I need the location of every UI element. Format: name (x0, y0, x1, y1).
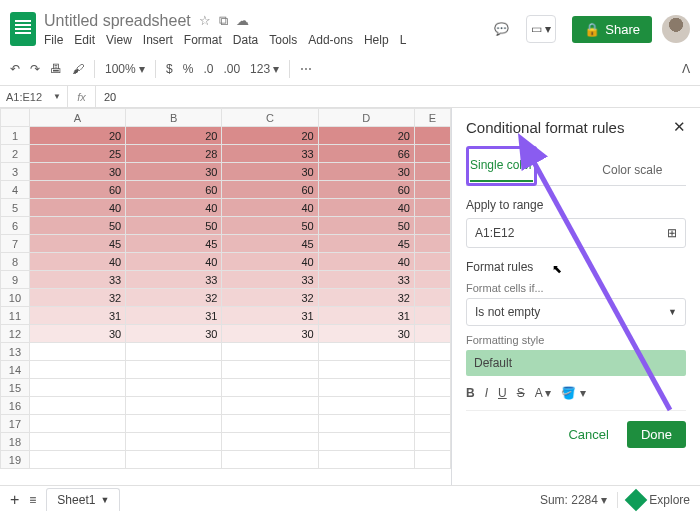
cell[interactable] (29, 433, 125, 451)
cell[interactable]: 33 (222, 145, 318, 163)
row-header[interactable]: 12 (1, 325, 30, 343)
cell[interactable] (29, 361, 125, 379)
account-avatar[interactable] (662, 15, 690, 43)
cell[interactable]: 30 (318, 163, 414, 181)
formula-bar[interactable]: 20 (96, 91, 124, 103)
cell[interactable] (126, 379, 222, 397)
close-icon[interactable]: ✕ (673, 118, 686, 136)
cancel-button[interactable]: Cancel (558, 421, 618, 448)
cell[interactable] (222, 397, 318, 415)
cell[interactable] (414, 181, 450, 199)
cell[interactable] (414, 433, 450, 451)
cell[interactable] (414, 415, 450, 433)
add-sheet-icon[interactable]: + (10, 491, 19, 509)
row-header[interactable]: 3 (1, 163, 30, 181)
menu-file[interactable]: File (44, 33, 63, 47)
currency-icon[interactable]: $ (166, 62, 173, 76)
tab-single-color[interactable]: Single color (470, 150, 533, 182)
cell[interactable]: 32 (222, 289, 318, 307)
row-header[interactable]: 13 (1, 343, 30, 361)
row-header[interactable]: 15 (1, 379, 30, 397)
cell[interactable] (414, 361, 450, 379)
row-header[interactable]: 19 (1, 451, 30, 469)
percent-icon[interactable]: % (183, 62, 194, 76)
range-input[interactable]: A1:E12 ⊞ (466, 218, 686, 248)
cell[interactable] (414, 271, 450, 289)
cell[interactable]: 60 (222, 181, 318, 199)
cell[interactable]: 50 (29, 217, 125, 235)
cell[interactable] (222, 379, 318, 397)
cell[interactable] (414, 325, 450, 343)
cell[interactable] (126, 361, 222, 379)
star-icon[interactable]: ☆ (199, 13, 211, 29)
cell[interactable]: 32 (126, 289, 222, 307)
cell[interactable] (414, 163, 450, 181)
move-icon[interactable]: ⧉ (219, 13, 228, 29)
sheet-tab[interactable]: Sheet1▼ (46, 488, 120, 511)
comments-icon[interactable]: 💬 (488, 15, 516, 43)
cell[interactable] (29, 415, 125, 433)
cell[interactable]: 40 (126, 199, 222, 217)
cell[interactable] (222, 343, 318, 361)
menu-view[interactable]: View (106, 33, 132, 47)
cell[interactable]: 50 (126, 217, 222, 235)
cell[interactable] (318, 433, 414, 451)
cell[interactable]: 33 (29, 271, 125, 289)
cell[interactable]: 45 (318, 235, 414, 253)
cell[interactable]: 45 (222, 235, 318, 253)
paint-format-icon[interactable]: 🖌 (72, 62, 84, 76)
underline-icon[interactable]: U (498, 386, 507, 400)
row-header[interactable]: 14 (1, 361, 30, 379)
cell[interactable] (414, 127, 450, 145)
cell[interactable]: 25 (29, 145, 125, 163)
menu-insert[interactable]: Insert (143, 33, 173, 47)
more-icon[interactable]: ⋯ (300, 62, 312, 76)
row-header[interactable]: 5 (1, 199, 30, 217)
col-header-C[interactable]: C (222, 109, 318, 127)
text-color-icon[interactable]: A ▾ (535, 386, 552, 400)
cell[interactable] (414, 289, 450, 307)
share-button[interactable]: 🔒Share (572, 16, 652, 43)
cell[interactable]: 20 (222, 127, 318, 145)
cell[interactable] (29, 379, 125, 397)
cell[interactable]: 30 (126, 163, 222, 181)
cell[interactable]: 66 (318, 145, 414, 163)
cell[interactable]: 33 (126, 271, 222, 289)
all-sheets-icon[interactable]: ≡ (29, 493, 36, 507)
cell[interactable] (318, 451, 414, 469)
condition-select[interactable]: Is not empty▼ (466, 298, 686, 326)
cell[interactable] (29, 343, 125, 361)
cell[interactable] (414, 343, 450, 361)
cell[interactable]: 40 (222, 253, 318, 271)
cell[interactable]: 33 (318, 271, 414, 289)
cell[interactable] (126, 343, 222, 361)
cell[interactable]: 30 (222, 325, 318, 343)
cell[interactable]: 20 (29, 127, 125, 145)
cell[interactable] (318, 343, 414, 361)
cell[interactable]: 32 (29, 289, 125, 307)
bold-icon[interactable]: B (466, 386, 475, 400)
cell[interactable]: 60 (318, 181, 414, 199)
cell[interactable] (414, 217, 450, 235)
cell[interactable] (126, 415, 222, 433)
cell[interactable]: 40 (29, 199, 125, 217)
cell[interactable] (318, 379, 414, 397)
increase-decimal-icon[interactable]: .00 (223, 62, 240, 76)
row-header[interactable]: 2 (1, 145, 30, 163)
cell[interactable] (414, 235, 450, 253)
cell[interactable]: 33 (222, 271, 318, 289)
cell[interactable]: 60 (126, 181, 222, 199)
cell[interactable] (414, 199, 450, 217)
cell[interactable] (414, 397, 450, 415)
cell[interactable] (126, 397, 222, 415)
row-header[interactable]: 8 (1, 253, 30, 271)
cell[interactable] (222, 415, 318, 433)
cell[interactable]: 40 (126, 253, 222, 271)
spreadsheet-grid[interactable]: ABCDE12020202022528336633030303046060606… (0, 108, 451, 485)
zoom-select[interactable]: 100% ▾ (105, 62, 145, 76)
row-header[interactable]: 18 (1, 433, 30, 451)
menu-add-ons[interactable]: Add-ons (308, 33, 353, 47)
cell[interactable]: 30 (126, 325, 222, 343)
menu-edit[interactable]: Edit (74, 33, 95, 47)
cell[interactable]: 50 (222, 217, 318, 235)
